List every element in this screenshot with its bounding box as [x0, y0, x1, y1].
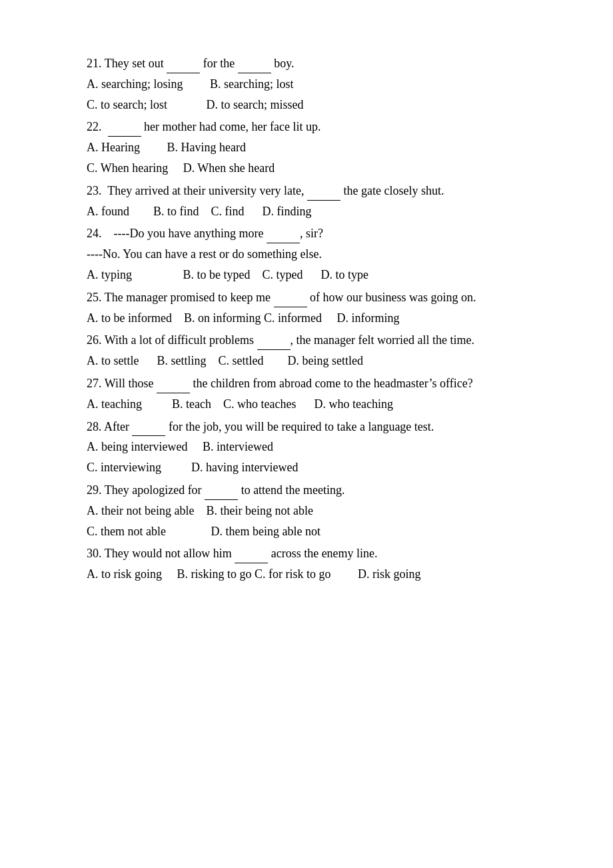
q25-text: 25. The manager promised to keep me of h…	[87, 287, 526, 307]
q23-option-abcd: A. found B. to find C. find D. finding	[87, 202, 526, 221]
q22-option-ab: A. Hearing B. Having heard	[87, 138, 526, 157]
q30-text: 30. They would not allow him across the …	[87, 543, 526, 563]
question-26: 26. With a lot of difficult problems , t…	[87, 330, 526, 371]
q21-option-ab: A. searching; losing B. searching; lost	[87, 75, 526, 94]
q22-option-cd: C. When hearing D. When she heard	[87, 159, 526, 178]
question-21: 21. They set out for the boy. A. searchi…	[87, 53, 526, 114]
q28-text: 28. After for the job, you will be requi…	[87, 417, 526, 437]
q27-text: 27. Will those the children from abroad …	[87, 373, 526, 393]
q24-option-abcd: A. typing B. to be typed C. typed D. to …	[87, 265, 526, 285]
q29-option-ab: A. their not being able B. their being n…	[87, 501, 526, 521]
q26-text: 26. With a lot of difficult problems , t…	[87, 330, 526, 350]
q21-text: 21. They set out for the boy.	[87, 53, 526, 73]
question-30: 30. They would not allow him across the …	[87, 543, 526, 584]
q29-option-cd: C. them not able D. them being able not	[87, 522, 526, 541]
question-22: 22. her mother had come, her face lit up…	[87, 117, 526, 177]
q23-text: 23. They arrived at their university ver…	[87, 181, 526, 201]
questions-container: 21. They set out for the boy. A. searchi…	[87, 53, 526, 584]
q30-option-abcd: A. to risk going B. risking to go C. for…	[87, 565, 526, 584]
q24-text1: 24. ----Do you have anything more , sir?	[87, 223, 526, 243]
question-28: 28. After for the job, you will be requi…	[87, 417, 526, 477]
question-23: 23. They arrived at their university ver…	[87, 181, 526, 221]
question-25: 25. The manager promised to keep me of h…	[87, 287, 526, 328]
q28-option-ab: A. being interviewed B. interviewed	[87, 437, 526, 457]
question-27: 27. Will those the children from abroad …	[87, 373, 526, 414]
q28-option-cd: C. interviewing D. having interviewed	[87, 458, 526, 477]
q22-text: 22. her mother had come, her face lit up…	[87, 117, 526, 137]
question-24: 24. ----Do you have anything more , sir?…	[87, 223, 526, 284]
question-29: 29. They apologized for to attend the me…	[87, 480, 526, 541]
q24-text2: ----No. You can have a rest or do someth…	[87, 245, 526, 264]
q27-option-abcd: A. teaching B. teach C. who teaches D. w…	[87, 395, 526, 414]
q29-text: 29. They apologized for to attend the me…	[87, 480, 526, 500]
q21-option-cd: C. to search; lost D. to search; missed	[87, 95, 526, 115]
q25-option-abcd: A. to be informed B. on informing C. inf…	[87, 309, 526, 328]
q26-option-abcd: A. to settle B. settling C. settled D. b…	[87, 351, 526, 371]
